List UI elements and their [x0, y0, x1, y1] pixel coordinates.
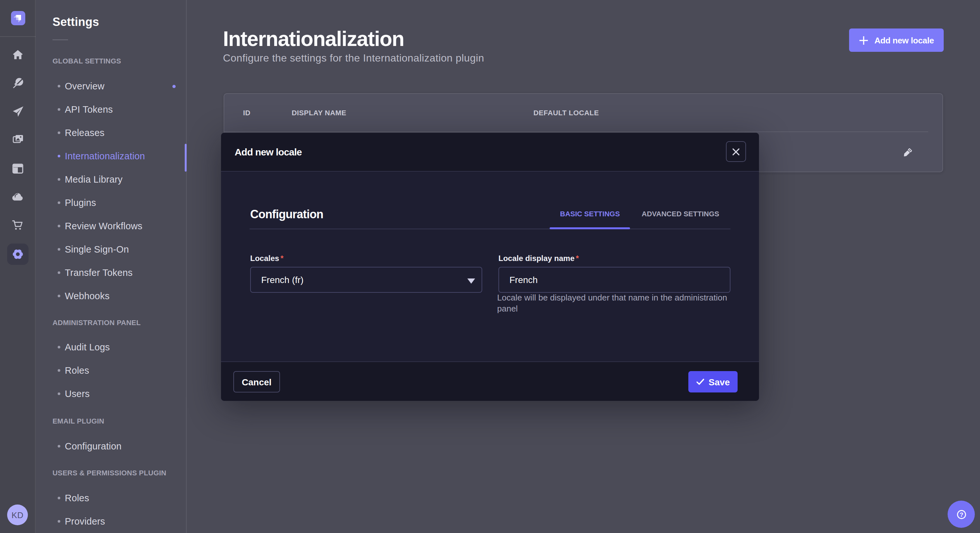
svg-text:?: ? — [959, 511, 963, 518]
